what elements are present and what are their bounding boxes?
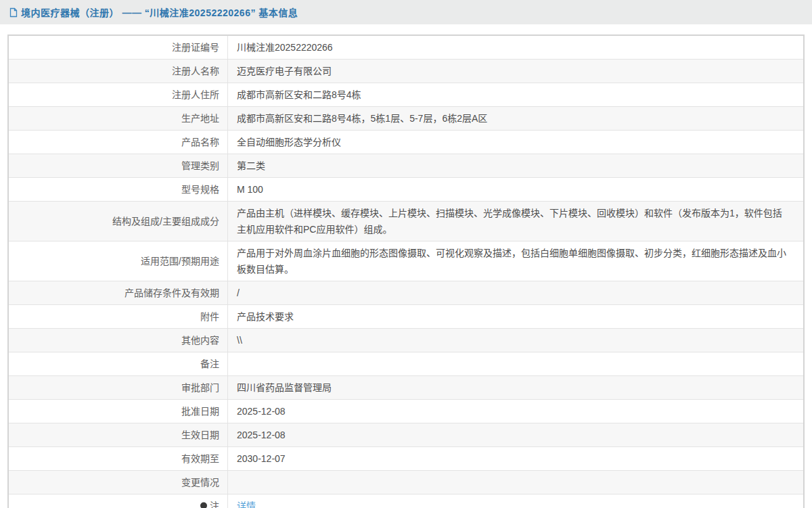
row-value: 四川省药品监督管理局 [228, 376, 803, 399]
row-value: 川械注准20252220266 [228, 36, 803, 59]
row-value: 产品技术要求 [228, 305, 803, 328]
row-label: 适用范围/预期用途 [9, 241, 228, 281]
table-row: 产品名称 全自动细胞形态学分析仪 [9, 130, 803, 154]
row-label: 其他内容 [9, 329, 228, 352]
table-row: 生效日期 2025-12-08 [9, 423, 803, 446]
row-value: 产品由主机（进样模块、缓存模块、上片模块、扫描模块、光学成像模块、下片模块、回收… [228, 202, 803, 241]
table-row: 注册证编号 川械注准20252220266 [9, 36, 803, 59]
table-row: 变更情况 [9, 470, 803, 494]
table-row: 注册人住所 成都市高新区安和二路8号4栋 [9, 83, 803, 106]
row-value: 全自动细胞形态学分析仪 [228, 131, 803, 154]
row-value: 迈克医疗电子有限公司 [228, 60, 803, 83]
row-value: 成都市高新区安和二路8号4栋，5栋1层、5-7层，6栋2层A区 [228, 107, 803, 130]
table-row: 适用范围/预期用途 产品用于对外周血涂片血细胞的形态图像摄取、可视化观察及描述，… [9, 241, 803, 281]
table-row: 审批部门 四川省药品监督管理局 [9, 375, 803, 399]
row-label: 生产地址 [9, 107, 228, 130]
row-value [228, 352, 803, 375]
note-icon [200, 502, 208, 508]
page-header: 境内医疗器械（注册） —— “川械注准20252220266” 基本信息 [0, 0, 812, 24]
row-value: 2025-12-08 [228, 423, 803, 446]
row-value: 成都市高新区安和二路8号4栋 [228, 83, 803, 106]
table-row: 备注 [9, 352, 803, 375]
row-value: 2030-12-07 [228, 447, 803, 470]
row-label: 产品名称 [9, 131, 228, 154]
row-value: 详情 [228, 494, 803, 508]
row-label: 结构及组成/主要组成成分 [9, 202, 228, 241]
row-label: 产品储存条件及有效期 [9, 281, 228, 304]
row-label: 备注 [9, 352, 228, 375]
table-row: 结构及组成/主要组成成分 产品由主机（进样模块、缓存模块、上片模块、扫描模块、光… [9, 201, 803, 241]
document-icon [9, 7, 18, 18]
row-label: 批准日期 [9, 400, 228, 423]
row-label: 有效期至 [9, 447, 228, 470]
table-row: 型号规格 M 100 [9, 177, 803, 201]
row-label: 注册人名称 [9, 60, 228, 83]
row-value: / [228, 281, 803, 304]
note-label: 注 [210, 498, 219, 508]
row-label: 附件 [9, 305, 228, 328]
row-label: 生效日期 [9, 423, 228, 446]
table-row: 产品储存条件及有效期 / [9, 281, 803, 304]
registration-info-table: 注册证编号 川械注准20252220266 注册人名称 迈克医疗电子有限公司 注… [7, 34, 805, 508]
row-value: \\ [228, 329, 803, 352]
table-row: 注册人名称 迈克医疗电子有限公司 [9, 59, 803, 83]
table-row: 其他内容 \\ [9, 328, 803, 352]
row-value: M 100 [228, 178, 803, 201]
row-value [228, 471, 803, 494]
page-title: 境内医疗器械（注册） —— “川械注准20252220266” 基本信息 [21, 5, 298, 19]
row-label: 管理类别 [9, 154, 228, 177]
table-row: 管理类别 第二类 [9, 154, 803, 177]
row-label: 变更情况 [9, 471, 228, 494]
table-row: 附件 产品技术要求 [9, 304, 803, 328]
row-label: 注册证编号 [9, 36, 228, 59]
row-value: 产品用于对外周血涂片血细胞的形态图像摄取、可视化观察及描述，包括白细胞单细胞图像… [228, 241, 803, 281]
row-label: 审批部门 [9, 376, 228, 399]
table-row: 注 详情 [9, 494, 803, 508]
row-value: 2025-12-08 [228, 400, 803, 423]
row-label: 注册人住所 [9, 83, 228, 106]
table-row: 生产地址 成都市高新区安和二路8号4栋，5栋1层、5-7层，6栋2层A区 [9, 106, 803, 130]
row-value: 第二类 [228, 154, 803, 177]
row-label: 型号规格 [9, 178, 228, 201]
table-row: 批准日期 2025-12-08 [9, 399, 803, 423]
detail-link[interactable]: 详情 [237, 498, 256, 508]
row-label: 注 [9, 494, 228, 508]
table-row: 有效期至 2030-12-07 [9, 446, 803, 470]
